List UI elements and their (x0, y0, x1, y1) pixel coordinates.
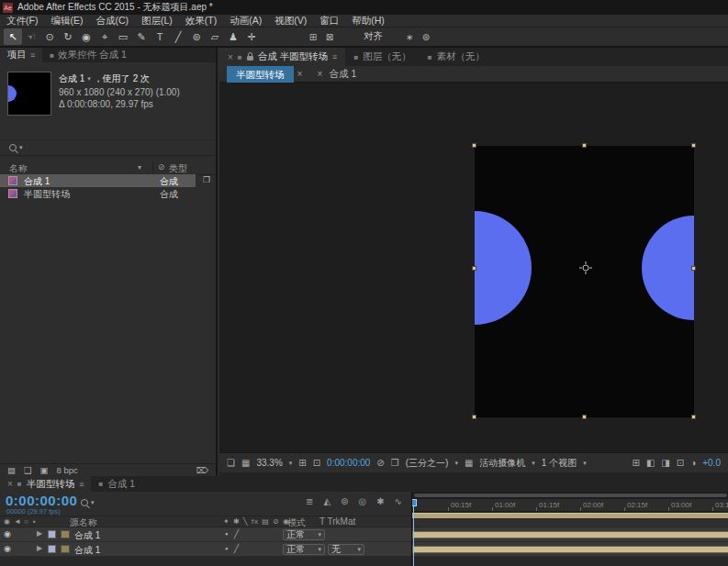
snapshot-icon[interactable]: ⊘ (376, 458, 384, 468)
timeline-button-icon[interactable]: ◨ (661, 458, 669, 468)
column-type-label[interactable]: 类型 (169, 162, 187, 175)
lock-icon[interactable] (247, 56, 253, 61)
resolution-select[interactable]: (三分之一) (406, 457, 449, 470)
shape-tool-icon[interactable]: ▭ (114, 28, 132, 45)
menu-item-effect[interactable]: 效果(T) (179, 15, 223, 27)
current-time-indicator[interactable] (413, 499, 414, 566)
project-row-comp1[interactable]: 合成 1 合成 ❐ (0, 174, 216, 187)
close-icon[interactable]: × (314, 69, 327, 79)
draft-3d-icon[interactable]: ◭ (323, 496, 330, 506)
tab-project[interactable]: 项目 ≡ (0, 48, 42, 62)
search-icon[interactable] (9, 144, 17, 151)
blend-mode-select[interactable]: 正常 ▾ (283, 544, 325, 555)
selection-handle[interactable] (472, 266, 476, 271)
left-half-circle-shape[interactable] (475, 211, 532, 325)
fast-previews-icon[interactable]: ◧ (646, 458, 655, 468)
clone-stamp-tool-icon[interactable]: ⊚ (187, 28, 206, 45)
menu-item-layer[interactable]: 图层(L) (135, 15, 179, 27)
region-of-interest-icon[interactable]: ⊡ (313, 458, 320, 468)
frame-blend-icon[interactable]: ◎ (358, 496, 366, 506)
selection-handle[interactable] (691, 415, 696, 419)
layer-name[interactable]: 合成 1 (74, 529, 100, 542)
timeline-tab-transition[interactable]: × ■ 半圆型转场 ≡ (0, 476, 91, 492)
view-layout-select[interactable]: 1 个视图 (542, 457, 577, 470)
menu-item-file[interactable]: 文件(F) (0, 15, 44, 27)
rotate-tool-icon[interactable]: ↻ (59, 28, 77, 45)
menu-item-help[interactable]: 帮助(H) (345, 15, 391, 27)
close-icon[interactable]: × (228, 52, 233, 62)
tab-footage-viewer[interactable]: ■ 素材（无） (420, 48, 493, 66)
eye-icon[interactable]: ◉ (4, 544, 11, 553)
camera-caret-icon[interactable]: ▾ (532, 460, 535, 467)
timeline-tab-comp1[interactable]: ■ 合成 1 (91, 476, 142, 492)
work-area-bar[interactable] (412, 513, 728, 518)
anchor-point-icon[interactable] (579, 261, 592, 274)
selection-handle[interactable] (582, 143, 587, 148)
time-navigator[interactable] (412, 492, 728, 499)
label-color-chip[interactable] (48, 530, 56, 538)
right-half-circle-shape[interactable] (642, 216, 694, 320)
menu-item-view[interactable]: 视图(V) (268, 15, 313, 27)
layer-switches-icons[interactable]: ▪ ╱ (225, 529, 241, 538)
selection-handle[interactable] (472, 415, 476, 419)
bpc-button[interactable]: 8 bpc (57, 465, 78, 475)
menu-item-composition[interactable]: 合成(C) (89, 15, 135, 27)
timeline-search[interactable]: ▾ (81, 499, 95, 506)
layer-duration-bar[interactable] (412, 531, 728, 538)
close-icon[interactable]: × (294, 69, 307, 79)
menu-item-window[interactable]: 窗口 (313, 15, 345, 27)
trkmat-select[interactable]: 无 ▾ (328, 544, 364, 555)
column-name-label[interactable]: 名称 (9, 162, 28, 175)
panel-menu-icon[interactable]: ≡ (30, 50, 35, 60)
pan-behind-tool-icon[interactable]: ⌖ (95, 28, 114, 45)
composition-thumbnail[interactable] (7, 72, 51, 116)
composition-frame[interactable] (475, 146, 694, 417)
puppet-pin-tool-icon[interactable]: ✛ (242, 28, 261, 45)
delete-icon[interactable]: ⌦ (196, 465, 208, 475)
tab-layer-viewer[interactable]: ■ 图层（无） (345, 48, 419, 66)
time-ruler[interactable]: 00:15f 01:00f 01:15f 02:00f 02:15f 03:00… (412, 499, 728, 512)
zoom-caret-icon[interactable]: ▾ (289, 460, 293, 467)
hide-shy-icon[interactable]: ⊜ (341, 496, 348, 506)
layer-switches-icons[interactable]: ▪ ╱ (225, 544, 241, 553)
blend-mode-select[interactable]: 正常 ▾ (283, 529, 325, 540)
comp-name-caret-icon[interactable]: ▾ (87, 75, 91, 83)
brushes-panel-icon[interactable]: ∗ (401, 32, 418, 42)
type-tool-icon[interactable]: T (151, 28, 169, 45)
new-folder-icon[interactable]: ❑ (24, 465, 32, 475)
menu-item-edit[interactable]: 编辑(E) (44, 15, 89, 27)
graph-editor-icon[interactable]: ∿ (395, 496, 402, 506)
search-options-caret-icon[interactable]: ▾ (91, 499, 95, 506)
always-preview-icon[interactable]: ❏ (227, 458, 235, 468)
camera-select[interactable]: 活动摄像机 (479, 457, 525, 470)
grid-options-icon[interactable]: ▦ (241, 458, 250, 468)
selection-handle[interactable] (582, 415, 587, 419)
roto-brush-tool-icon[interactable]: ♟ (224, 28, 242, 45)
panel-menu-icon[interactable]: ≡ (332, 52, 337, 61)
time-navigator-handle[interactable] (414, 494, 727, 497)
current-time-display[interactable]: 0:00:00:00 (6, 493, 77, 508)
mask-visibility-icon[interactable]: ⊞ (298, 458, 306, 468)
sort-caret-icon[interactable]: ▾ (138, 163, 141, 172)
selection-handle[interactable] (691, 266, 696, 271)
composition-canvas[interactable] (219, 83, 728, 452)
current-time-indicator-handle[interactable] (411, 499, 417, 506)
new-composition-icon[interactable]: ▣ (40, 465, 49, 475)
resolution-caret-icon[interactable]: ▾ (454, 460, 458, 467)
pixel-aspect-icon[interactable]: ⊞ (633, 458, 640, 468)
menu-item-animation[interactable]: 动画(A) (223, 15, 268, 27)
layer-row-2[interactable]: ◉ ▶ 合成 1 ▪ ╱ 正常 ▾ 无 ▾ (0, 542, 411, 557)
brush-tool-icon[interactable]: ╱ (169, 28, 187, 45)
exposure-value[interactable]: +0.0 (702, 458, 721, 468)
transparency-grid-icon[interactable]: ▦ (465, 458, 473, 468)
panel-menu-icon[interactable]: ≡ (79, 480, 84, 489)
snap-label[interactable]: 对齐 (364, 30, 383, 43)
search-icon[interactable] (81, 499, 88, 506)
selection-tool-icon[interactable]: ↖ (4, 28, 22, 45)
close-icon[interactable]: × (7, 479, 13, 489)
camera-tool-icon[interactable]: ◉ (77, 28, 95, 45)
comp-tab-comp1[interactable]: 合成 1 (327, 68, 360, 81)
eye-icon[interactable]: ◉ (4, 529, 11, 538)
mini-flowchart-icon[interactable]: ≣ (306, 496, 313, 506)
hand-tool-icon[interactable]: ☜ (22, 28, 40, 45)
